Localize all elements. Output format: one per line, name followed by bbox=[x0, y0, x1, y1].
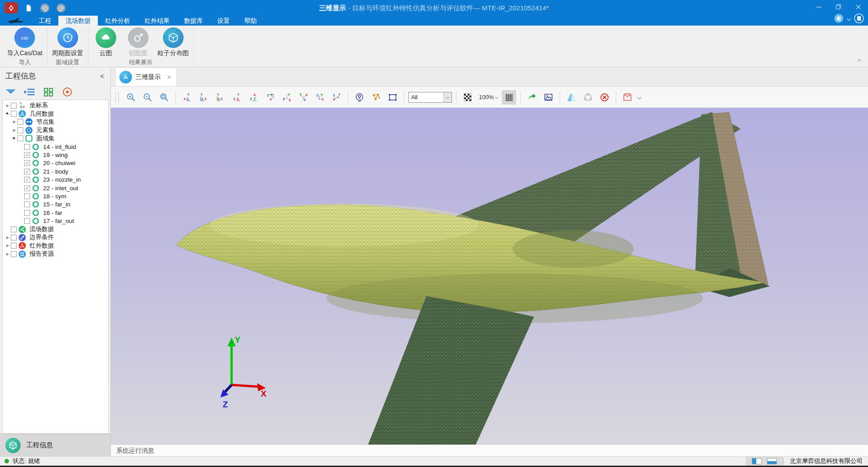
cancel-button[interactable] bbox=[597, 90, 612, 105]
probe-point-button[interactable] bbox=[352, 90, 367, 105]
view-bottom-button[interactable]: zYx bbox=[263, 90, 277, 105]
menu-item-project[interactable]: 工程 bbox=[31, 16, 58, 26]
visibility-checkbox[interactable] bbox=[11, 227, 17, 232]
tree-item[interactable]: ▶红外数据 bbox=[3, 242, 108, 250]
quick-panel-icon[interactable] bbox=[833, 13, 844, 24]
visibility-checkbox[interactable] bbox=[11, 111, 17, 117]
archive-box-button[interactable] bbox=[620, 90, 635, 105]
visibility-checkbox[interactable] bbox=[18, 119, 23, 125]
sidebar-collapse-icon[interactable]: < bbox=[100, 72, 104, 80]
tree-item[interactable]: ✓21 - body bbox=[3, 167, 108, 175]
box-select-button[interactable] bbox=[386, 90, 400, 105]
chevron-down-icon[interactable] bbox=[637, 95, 642, 100]
tree-item[interactable]: ✓20 - chuiwei bbox=[3, 159, 108, 167]
tree-item[interactable]: ✓22 - inlet_out bbox=[3, 184, 108, 192]
grid-view-icon[interactable] bbox=[42, 87, 55, 97]
tree-item[interactable]: ✓23 - nozzle_in bbox=[3, 176, 108, 184]
visibility-checkbox[interactable] bbox=[11, 251, 17, 257]
zoom-in-button[interactable] bbox=[124, 90, 138, 105]
restore-button[interactable] bbox=[829, 0, 848, 13]
visibility-checkbox[interactable] bbox=[11, 103, 17, 109]
visibility-checkbox[interactable]: ✓ bbox=[24, 177, 30, 183]
close-button[interactable] bbox=[848, 0, 868, 13]
export-share-button[interactable] bbox=[525, 90, 539, 105]
visibility-checkbox[interactable] bbox=[24, 210, 30, 216]
expand-arrow-icon[interactable]: ▶ bbox=[11, 128, 18, 132]
3d-viewport[interactable]: Y X Z bbox=[111, 108, 868, 445]
visibility-checkbox[interactable]: ✓ bbox=[24, 152, 30, 158]
toolbar-drag-handle[interactable] bbox=[115, 92, 119, 102]
tree-item[interactable]: ▶Yzx坐标系 bbox=[3, 101, 108, 109]
visibility-checkbox[interactable]: ✓ bbox=[24, 169, 30, 175]
mirror-button[interactable] bbox=[564, 90, 579, 105]
view-back-button[interactable]: Yzx bbox=[197, 90, 211, 105]
tree-item[interactable]: ▶几何数据 bbox=[3, 109, 108, 118]
particle-distribution-button[interactable]: 粒子分布图 bbox=[158, 27, 189, 57]
expand-arrow-icon[interactable]: ▶ bbox=[4, 104, 11, 108]
view-rotate-up-button[interactable]: zxY bbox=[329, 90, 344, 105]
zoom-out-button[interactable] bbox=[140, 90, 155, 105]
filter-icon[interactable] bbox=[4, 87, 17, 97]
help-book-icon[interactable] bbox=[854, 13, 864, 24]
opacity-checker-icon[interactable] bbox=[460, 90, 475, 105]
tree-item[interactable]: 16 - far bbox=[3, 209, 108, 217]
menu-item-settings[interactable]: 设置 bbox=[210, 16, 237, 26]
expand-arrow-icon[interactable]: ▶ bbox=[11, 120, 18, 124]
snapshot-button[interactable] bbox=[541, 90, 556, 105]
visibility-checkbox[interactable]: ✓ bbox=[24, 160, 30, 166]
visibility-checkbox[interactable] bbox=[24, 144, 30, 150]
expand-arrow-icon[interactable]: ▶ bbox=[4, 244, 11, 248]
visibility-checkbox[interactable] bbox=[11, 243, 17, 249]
layout-bottom-panel-icon[interactable] bbox=[767, 458, 777, 464]
view-rotate-down-button[interactable]: zYx bbox=[313, 90, 327, 105]
layout-left-panel-icon[interactable] bbox=[752, 458, 762, 464]
view-front-button[interactable]: Yxz bbox=[180, 90, 194, 105]
expand-arrow-icon[interactable]: ▶ bbox=[4, 236, 11, 240]
zoom-fit-button[interactable] bbox=[157, 90, 171, 105]
sidebar-footer-tab[interactable]: 工程信息 bbox=[0, 434, 110, 456]
ribbon-collapse-button[interactable] bbox=[858, 57, 861, 64]
tree-item[interactable]: 14 - int_fluid bbox=[3, 143, 108, 151]
view-left-button[interactable]: Yxz bbox=[213, 90, 228, 105]
opacity-dropdown[interactable]: 100% bbox=[477, 94, 500, 100]
tree-item[interactable]: 流场数据 bbox=[3, 225, 108, 233]
menu-item-ir-analysis[interactable]: 红外分析 bbox=[98, 16, 137, 26]
tab-3d-view[interactable]: 三维显示 × bbox=[115, 67, 177, 86]
node-network-button[interactable] bbox=[369, 90, 383, 105]
visibility-checkbox[interactable] bbox=[24, 201, 30, 207]
visibility-checkbox[interactable] bbox=[18, 127, 23, 133]
import-cas-dat-button[interactable]: cas 导入Cas/Dat bbox=[7, 27, 43, 57]
list-collapse-icon[interactable] bbox=[23, 87, 36, 97]
tree-item[interactable]: ▶节点集 bbox=[3, 118, 108, 126]
collapse-arrow-icon[interactable]: ▶ bbox=[11, 135, 18, 142]
3d-scene[interactable]: Y X Z bbox=[111, 108, 868, 445]
menu-item-help[interactable]: 帮助 bbox=[237, 16, 264, 26]
tab-close-icon[interactable]: × bbox=[167, 73, 171, 81]
caret-down-icon[interactable] bbox=[847, 16, 851, 21]
combobox-arrow-button[interactable] bbox=[443, 92, 452, 102]
periodic-face-settings-button[interactable]: 周期面设置 bbox=[52, 27, 83, 57]
mesh-toggle-button[interactable] bbox=[502, 90, 516, 105]
visibility-checkbox[interactable] bbox=[24, 193, 30, 199]
visibility-checkbox[interactable] bbox=[11, 235, 17, 240]
display-filter-combobox[interactable]: All bbox=[408, 92, 452, 103]
tree-item[interactable]: ▶边界条件 bbox=[3, 233, 108, 241]
target-icon[interactable] bbox=[61, 87, 74, 97]
expand-arrow-icon[interactable]: ▶ bbox=[4, 252, 11, 256]
menu-item-database[interactable]: 数据库 bbox=[177, 16, 210, 26]
tree-item[interactable]: 18 - sym bbox=[3, 192, 108, 200]
tree-item[interactable]: 17 - far_out bbox=[3, 217, 108, 225]
tree-item[interactable]: 15 - far_in bbox=[3, 201, 108, 209]
collapse-arrow-icon[interactable]: ▶ bbox=[4, 110, 11, 117]
tree-item[interactable]: ▶面域集 bbox=[3, 135, 108, 143]
menu-item-flowfield[interactable]: 流场数据 bbox=[58, 16, 98, 26]
menu-item-ir-results[interactable]: 红外结果 bbox=[137, 16, 177, 26]
multibody-button[interactable] bbox=[581, 90, 595, 105]
minimize-button[interactable] bbox=[809, 0, 829, 13]
view-top-button[interactable]: xzY bbox=[246, 90, 261, 105]
visibility-checkbox[interactable] bbox=[24, 218, 30, 224]
view-iso-1-button[interactable]: Yzx bbox=[280, 90, 294, 105]
slice-plot-button[interactable]: 切面图 bbox=[125, 27, 151, 57]
visibility-checkbox[interactable]: ✓ bbox=[24, 185, 30, 191]
tree-item[interactable]: ▶元素集 bbox=[3, 126, 108, 134]
